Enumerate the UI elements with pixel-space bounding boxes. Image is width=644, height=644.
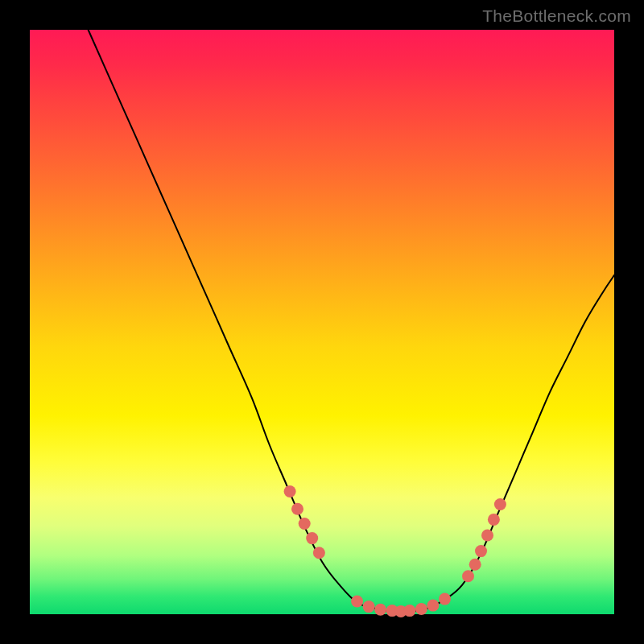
- data-point: [299, 518, 311, 530]
- data-point: [488, 514, 500, 526]
- data-point: [494, 498, 506, 510]
- data-point: [403, 605, 415, 617]
- data-point: [291, 503, 303, 515]
- chart-stage: TheBottleneck.com: [0, 0, 644, 644]
- data-point: [415, 603, 427, 615]
- data-point: [469, 559, 481, 571]
- data-point: [374, 604, 386, 616]
- data-point: [306, 532, 318, 544]
- data-point: [284, 485, 296, 497]
- data-points-left: [284, 485, 325, 559]
- plot-area: [30, 30, 614, 614]
- watermark-text: TheBottleneck.com: [482, 6, 631, 26]
- data-points-bottom: [351, 593, 451, 617]
- data-point: [439, 593, 451, 605]
- data-point: [481, 530, 493, 542]
- data-point: [313, 547, 325, 559]
- chart-svg: [30, 30, 614, 614]
- data-point: [462, 570, 474, 582]
- bottleneck-curve: [89, 30, 614, 612]
- data-point: [427, 600, 439, 612]
- data-point: [363, 601, 375, 613]
- data-point: [351, 596, 363, 608]
- data-point: [475, 545, 487, 557]
